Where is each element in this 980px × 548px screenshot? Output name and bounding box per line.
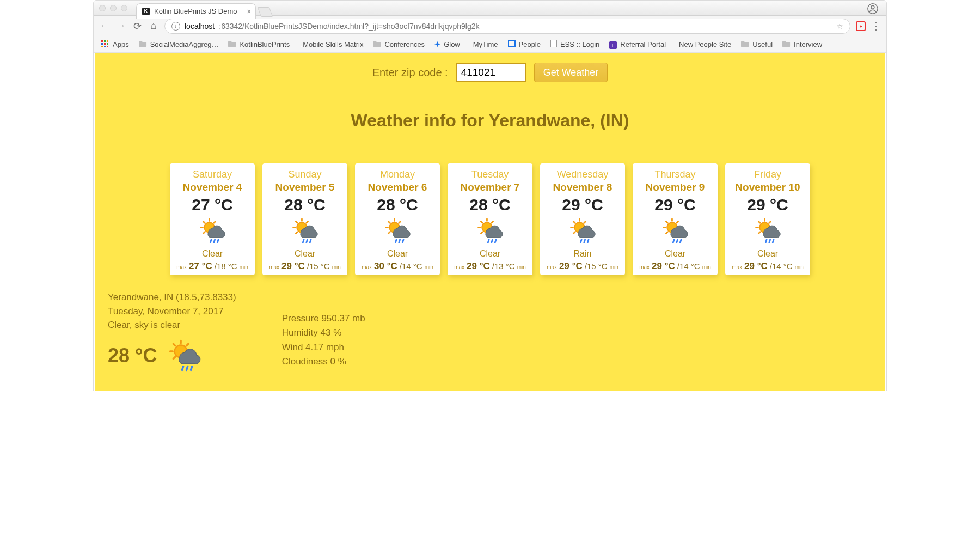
- url-host: localhost: [185, 22, 215, 31]
- forecast-card[interactable]: MondayNovember 628 °CClearmax30 °C /14 °…: [355, 163, 440, 275]
- bookmark-label: Apps: [113, 40, 129, 48]
- reload-button[interactable]: ⟳: [132, 20, 143, 32]
- forecast-card[interactable]: TuesdayNovember 728 °CClearmax29 °C /13 …: [448, 163, 532, 275]
- now-row: 28 °C: [108, 339, 236, 373]
- bookmark-item[interactable]: Conferences: [373, 40, 425, 50]
- card-temp: 28 °C: [451, 196, 529, 214]
- weather-icon: [475, 217, 505, 245]
- forecast-card[interactable]: SundayNovember 528 °CClearmax29 °C /15 °…: [262, 163, 347, 275]
- bookmark-label: Mobile Skills Matrix: [303, 40, 363, 48]
- forecast-card[interactable]: ThursdayNovember 929 °CClearmax29 °C /14…: [633, 163, 718, 275]
- card-date: November 4: [173, 181, 252, 193]
- card-date: November 8: [543, 181, 622, 193]
- page-title: Weather info for Yerandwane, (IN): [108, 111, 872, 131]
- bookmark-item[interactable]: Useful: [741, 40, 773, 50]
- min-label: min: [517, 264, 526, 270]
- zip-input[interactable]: [456, 63, 526, 82]
- site-info-icon[interactable]: i: [171, 22, 180, 31]
- bookmark-item[interactable]: MyTime: [470, 40, 498, 48]
- bookmark-item[interactable]: IIReferral Portal: [609, 40, 666, 49]
- url-path: :63342/KotlinBluePrintsJSDemo/index.html…: [219, 22, 479, 31]
- weather-icon: [198, 217, 227, 245]
- card-day: Sunday: [266, 169, 344, 180]
- bookmark-star-icon[interactable]: ☆: [836, 22, 843, 31]
- bookmark-item[interactable]: Apps: [101, 40, 129, 48]
- card-range: max30 °C /14 °Cmin: [358, 261, 437, 272]
- maximize-window-icon[interactable]: [121, 5, 127, 11]
- card-max: 27 °C: [189, 261, 212, 272]
- bookmark-label: Glow: [444, 40, 460, 48]
- window-controls[interactable]: [99, 5, 127, 11]
- forecast-card[interactable]: FridayNovember 1029 °CClearmax29 °C /14 …: [725, 163, 810, 275]
- apps-icon: [101, 40, 109, 48]
- min-label: min: [795, 264, 804, 270]
- card-date: November 10: [728, 181, 807, 193]
- bookmark-item[interactable]: ESS :: Login: [550, 40, 599, 49]
- browser-menu-icon[interactable]: ⋮: [871, 20, 881, 32]
- card-temp: 29 °C: [543, 196, 622, 214]
- people-icon: [508, 40, 516, 49]
- card-temp: 27 °C: [173, 196, 252, 214]
- location-line: Yerandwane, IN (18.5,73.8333): [108, 290, 236, 305]
- card-min: /18 °C: [215, 261, 237, 271]
- rp-icon: II: [609, 40, 617, 49]
- extension-icon[interactable]: ▸: [856, 21, 866, 31]
- bookmark-item[interactable]: Mobile Skills Matrix: [299, 40, 363, 48]
- card-day: Tuesday: [451, 169, 529, 180]
- weather-icon: [383, 217, 412, 245]
- card-temp: 29 °C: [636, 196, 714, 214]
- card-date: November 5: [266, 181, 344, 193]
- bookmark-label: New People Site: [679, 40, 731, 48]
- close-tab-icon[interactable]: ×: [247, 7, 251, 16]
- bookmark-label: Referral Portal: [620, 40, 666, 48]
- forecast-card[interactable]: WednesdayNovember 829 °CRainmax29 °C /15…: [540, 163, 625, 275]
- bookmark-label: Useful: [752, 40, 773, 48]
- weather-icon: [753, 217, 782, 245]
- folder-icon: [139, 40, 147, 50]
- bookmark-label: People: [519, 40, 541, 48]
- get-weather-button[interactable]: Get Weather: [534, 63, 608, 82]
- bookmark-item[interactable]: People: [508, 40, 541, 49]
- browser-toolbar: ← → ⟳ ⌂ i localhost:63342/KotlinBluePrin…: [94, 16, 886, 36]
- bookmark-item[interactable]: Interview: [782, 40, 822, 50]
- card-day: Monday: [358, 169, 437, 180]
- minimize-window-icon[interactable]: [110, 5, 117, 11]
- bookmark-item[interactable]: New People Site: [676, 40, 731, 48]
- back-button[interactable]: ←: [99, 20, 110, 32]
- card-date: November 9: [636, 181, 714, 193]
- forecast-card[interactable]: SaturdayNovember 427 °CClearmax27 °C /18…: [170, 163, 255, 275]
- bookmark-item[interactable]: ✦Glow: [434, 40, 460, 48]
- profile-avatar-icon[interactable]: [867, 3, 879, 17]
- condition-line: Clear, sky is clear: [108, 318, 236, 332]
- card-min: /14 °C: [770, 261, 793, 271]
- card-condition: Clear: [266, 249, 344, 259]
- card-range: max29 °C /14 °Cmin: [728, 261, 807, 272]
- bookmark-item[interactable]: KotlinBluePrints: [228, 40, 290, 50]
- card-min: /14 °C: [677, 261, 700, 271]
- max-label: max: [639, 264, 650, 270]
- new-tab-button[interactable]: [258, 7, 273, 17]
- bookmark-label: ESS :: Login: [560, 40, 599, 48]
- card-temp: 29 °C: [728, 196, 807, 214]
- card-condition: Clear: [636, 249, 714, 259]
- details-left: Yerandwane, IN (18.5,73.8333) Tuesday, N…: [108, 290, 236, 373]
- min-label: min: [425, 264, 433, 270]
- bookmark-label: SocialMediaAggreg…: [150, 40, 219, 48]
- card-date: November 6: [358, 181, 437, 193]
- home-button[interactable]: ⌂: [148, 20, 159, 32]
- card-max: 29 °C: [652, 261, 675, 272]
- min-label: min: [702, 264, 711, 270]
- details-right: Pressure 950.37 mb Humidity 43 % Wind 4.…: [282, 312, 365, 372]
- pressure-line: Pressure 950.37 mb: [282, 312, 365, 326]
- card-condition: Clear: [358, 249, 437, 259]
- card-max: 30 °C: [374, 261, 397, 272]
- bookmark-item[interactable]: SocialMediaAggreg…: [139, 40, 219, 50]
- address-bar[interactable]: i localhost:63342/KotlinBluePrintsJSDemo…: [164, 19, 850, 34]
- bookmark-label: Interview: [794, 40, 822, 48]
- now-temp: 28 °C: [108, 341, 157, 370]
- max-label: max: [732, 264, 742, 270]
- cloudiness-line: Cloudiness 0 %: [282, 355, 365, 369]
- forward-button[interactable]: →: [115, 20, 126, 32]
- browser-tab[interactable]: K Kotlin BluePrints JS Demo ×: [136, 3, 256, 19]
- close-window-icon[interactable]: [99, 5, 106, 11]
